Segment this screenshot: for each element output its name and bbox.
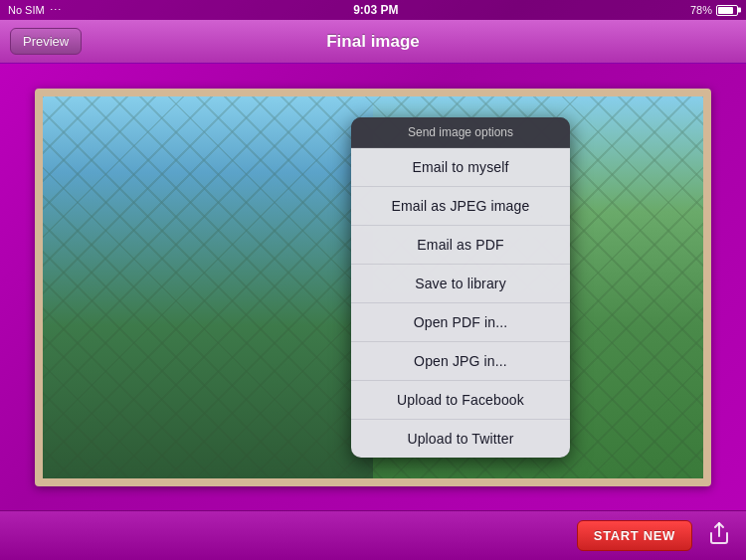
- carrier-text: No SIM: [8, 4, 45, 16]
- email-pdf-button[interactable]: Email as PDF: [351, 226, 570, 265]
- share-icon: [707, 521, 731, 545]
- upload-facebook-button[interactable]: Upload to Facebook: [351, 381, 570, 420]
- image-frame: Send image options Email to myself Email…: [35, 89, 711, 486]
- email-jpeg-button[interactable]: Email as JPEG image: [351, 187, 570, 226]
- bottom-toolbar: START NEW: [0, 510, 746, 560]
- share-button[interactable]: [707, 521, 731, 551]
- email-myself-button[interactable]: Email to myself: [351, 148, 570, 187]
- upload-twitter-button[interactable]: Upload to Twitter: [351, 420, 570, 458]
- status-left: No SIM ⋅⋅⋅: [8, 4, 62, 17]
- nav-bar: Preview Final image: [0, 20, 746, 64]
- open-jpg-button[interactable]: Open JPG in...: [351, 342, 570, 381]
- start-new-button[interactable]: START NEW: [577, 520, 692, 551]
- preview-button[interactable]: Preview: [10, 28, 82, 55]
- battery-percentage: 78%: [690, 4, 712, 16]
- save-library-button[interactable]: Save to library: [351, 265, 570, 303]
- dropdown-header: Send image options: [351, 117, 570, 148]
- main-content: Send image options Email to myself Email…: [0, 64, 746, 510]
- battery-icon: [716, 5, 738, 16]
- open-pdf-button[interactable]: Open PDF in...: [351, 303, 570, 342]
- status-bar: No SIM ⋅⋅⋅ 9:03 PM 78%: [0, 0, 746, 20]
- send-image-menu: Send image options Email to myself Email…: [351, 117, 570, 458]
- nav-title: Final image: [326, 32, 420, 52]
- status-right: 78%: [690, 4, 738, 16]
- wifi-icon: ⋅⋅⋅: [50, 4, 62, 17]
- status-time: 9:03 PM: [353, 3, 398, 17]
